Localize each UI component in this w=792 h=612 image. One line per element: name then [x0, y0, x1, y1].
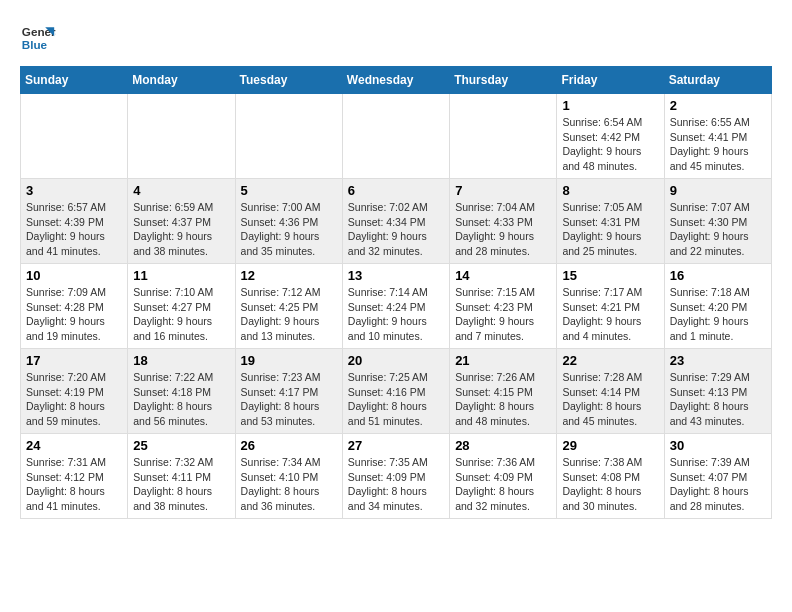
day-info: Sunrise: 7:36 AM Sunset: 4:09 PM Dayligh… — [455, 455, 551, 514]
day-info: Sunrise: 7:38 AM Sunset: 4:08 PM Dayligh… — [562, 455, 658, 514]
day-number: 24 — [26, 438, 122, 453]
day-number: 17 — [26, 353, 122, 368]
day-number: 30 — [670, 438, 766, 453]
day-info: Sunrise: 7:17 AM Sunset: 4:21 PM Dayligh… — [562, 285, 658, 344]
calendar-cell: 12Sunrise: 7:12 AM Sunset: 4:25 PM Dayli… — [235, 264, 342, 349]
calendar-cell: 3Sunrise: 6:57 AM Sunset: 4:39 PM Daylig… — [21, 179, 128, 264]
weekday-header-wednesday: Wednesday — [342, 67, 449, 94]
day-number: 1 — [562, 98, 658, 113]
weekday-header-friday: Friday — [557, 67, 664, 94]
weekday-header-thursday: Thursday — [450, 67, 557, 94]
day-info: Sunrise: 7:00 AM Sunset: 4:36 PM Dayligh… — [241, 200, 337, 259]
day-info: Sunrise: 7:04 AM Sunset: 4:33 PM Dayligh… — [455, 200, 551, 259]
calendar-cell: 19Sunrise: 7:23 AM Sunset: 4:17 PM Dayli… — [235, 349, 342, 434]
day-info: Sunrise: 7:12 AM Sunset: 4:25 PM Dayligh… — [241, 285, 337, 344]
day-info: Sunrise: 7:09 AM Sunset: 4:28 PM Dayligh… — [26, 285, 122, 344]
calendar-cell: 29Sunrise: 7:38 AM Sunset: 4:08 PM Dayli… — [557, 434, 664, 519]
day-number: 12 — [241, 268, 337, 283]
day-info: Sunrise: 6:59 AM Sunset: 4:37 PM Dayligh… — [133, 200, 229, 259]
calendar-cell — [450, 94, 557, 179]
day-info: Sunrise: 6:55 AM Sunset: 4:41 PM Dayligh… — [670, 115, 766, 174]
logo-icon: General Blue — [20, 20, 56, 56]
day-info: Sunrise: 6:57 AM Sunset: 4:39 PM Dayligh… — [26, 200, 122, 259]
calendar-header-row: SundayMondayTuesdayWednesdayThursdayFrid… — [21, 67, 772, 94]
day-number: 22 — [562, 353, 658, 368]
calendar-cell — [21, 94, 128, 179]
weekday-header-sunday: Sunday — [21, 67, 128, 94]
day-info: Sunrise: 7:25 AM Sunset: 4:16 PM Dayligh… — [348, 370, 444, 429]
day-number: 25 — [133, 438, 229, 453]
day-info: Sunrise: 7:39 AM Sunset: 4:07 PM Dayligh… — [670, 455, 766, 514]
calendar-cell: 2Sunrise: 6:55 AM Sunset: 4:41 PM Daylig… — [664, 94, 771, 179]
calendar-cell: 22Sunrise: 7:28 AM Sunset: 4:14 PM Dayli… — [557, 349, 664, 434]
day-info: Sunrise: 6:54 AM Sunset: 4:42 PM Dayligh… — [562, 115, 658, 174]
calendar-cell: 8Sunrise: 7:05 AM Sunset: 4:31 PM Daylig… — [557, 179, 664, 264]
day-number: 29 — [562, 438, 658, 453]
day-info: Sunrise: 7:02 AM Sunset: 4:34 PM Dayligh… — [348, 200, 444, 259]
calendar-cell: 1Sunrise: 6:54 AM Sunset: 4:42 PM Daylig… — [557, 94, 664, 179]
day-number: 4 — [133, 183, 229, 198]
day-number: 5 — [241, 183, 337, 198]
day-number: 20 — [348, 353, 444, 368]
calendar-cell — [128, 94, 235, 179]
calendar-cell: 6Sunrise: 7:02 AM Sunset: 4:34 PM Daylig… — [342, 179, 449, 264]
calendar-cell: 4Sunrise: 6:59 AM Sunset: 4:37 PM Daylig… — [128, 179, 235, 264]
day-info: Sunrise: 7:07 AM Sunset: 4:30 PM Dayligh… — [670, 200, 766, 259]
day-number: 15 — [562, 268, 658, 283]
calendar-cell: 28Sunrise: 7:36 AM Sunset: 4:09 PM Dayli… — [450, 434, 557, 519]
day-number: 6 — [348, 183, 444, 198]
day-info: Sunrise: 7:26 AM Sunset: 4:15 PM Dayligh… — [455, 370, 551, 429]
calendar-cell: 17Sunrise: 7:20 AM Sunset: 4:19 PM Dayli… — [21, 349, 128, 434]
day-info: Sunrise: 7:31 AM Sunset: 4:12 PM Dayligh… — [26, 455, 122, 514]
day-number: 19 — [241, 353, 337, 368]
calendar-cell: 21Sunrise: 7:26 AM Sunset: 4:15 PM Dayli… — [450, 349, 557, 434]
day-number: 8 — [562, 183, 658, 198]
day-info: Sunrise: 7:20 AM Sunset: 4:19 PM Dayligh… — [26, 370, 122, 429]
calendar-cell: 5Sunrise: 7:00 AM Sunset: 4:36 PM Daylig… — [235, 179, 342, 264]
day-number: 3 — [26, 183, 122, 198]
day-number: 23 — [670, 353, 766, 368]
calendar-week-row: 1Sunrise: 6:54 AM Sunset: 4:42 PM Daylig… — [21, 94, 772, 179]
day-info: Sunrise: 7:14 AM Sunset: 4:24 PM Dayligh… — [348, 285, 444, 344]
day-number: 10 — [26, 268, 122, 283]
day-info: Sunrise: 7:34 AM Sunset: 4:10 PM Dayligh… — [241, 455, 337, 514]
logo: General Blue — [20, 20, 56, 56]
calendar-cell — [235, 94, 342, 179]
calendar-table: SundayMondayTuesdayWednesdayThursdayFrid… — [20, 66, 772, 519]
day-number: 28 — [455, 438, 551, 453]
calendar-cell: 9Sunrise: 7:07 AM Sunset: 4:30 PM Daylig… — [664, 179, 771, 264]
day-number: 13 — [348, 268, 444, 283]
calendar-week-row: 10Sunrise: 7:09 AM Sunset: 4:28 PM Dayli… — [21, 264, 772, 349]
day-number: 7 — [455, 183, 551, 198]
calendar-cell: 15Sunrise: 7:17 AM Sunset: 4:21 PM Dayli… — [557, 264, 664, 349]
calendar-cell: 20Sunrise: 7:25 AM Sunset: 4:16 PM Dayli… — [342, 349, 449, 434]
calendar-cell: 23Sunrise: 7:29 AM Sunset: 4:13 PM Dayli… — [664, 349, 771, 434]
day-info: Sunrise: 7:32 AM Sunset: 4:11 PM Dayligh… — [133, 455, 229, 514]
calendar-cell: 26Sunrise: 7:34 AM Sunset: 4:10 PM Dayli… — [235, 434, 342, 519]
calendar-cell: 10Sunrise: 7:09 AM Sunset: 4:28 PM Dayli… — [21, 264, 128, 349]
day-info: Sunrise: 7:05 AM Sunset: 4:31 PM Dayligh… — [562, 200, 658, 259]
calendar-week-row: 17Sunrise: 7:20 AM Sunset: 4:19 PM Dayli… — [21, 349, 772, 434]
page-header: General Blue — [20, 20, 772, 56]
day-info: Sunrise: 7:35 AM Sunset: 4:09 PM Dayligh… — [348, 455, 444, 514]
calendar-cell: 30Sunrise: 7:39 AM Sunset: 4:07 PM Dayli… — [664, 434, 771, 519]
day-number: 21 — [455, 353, 551, 368]
svg-text:Blue: Blue — [22, 38, 48, 51]
day-number: 26 — [241, 438, 337, 453]
day-info: Sunrise: 7:22 AM Sunset: 4:18 PM Dayligh… — [133, 370, 229, 429]
day-number: 11 — [133, 268, 229, 283]
calendar-cell: 11Sunrise: 7:10 AM Sunset: 4:27 PM Dayli… — [128, 264, 235, 349]
calendar-cell: 16Sunrise: 7:18 AM Sunset: 4:20 PM Dayli… — [664, 264, 771, 349]
calendar-cell: 18Sunrise: 7:22 AM Sunset: 4:18 PM Dayli… — [128, 349, 235, 434]
calendar-cell — [342, 94, 449, 179]
day-info: Sunrise: 7:10 AM Sunset: 4:27 PM Dayligh… — [133, 285, 229, 344]
calendar-cell: 14Sunrise: 7:15 AM Sunset: 4:23 PM Dayli… — [450, 264, 557, 349]
calendar-cell: 13Sunrise: 7:14 AM Sunset: 4:24 PM Dayli… — [342, 264, 449, 349]
weekday-header-saturday: Saturday — [664, 67, 771, 94]
day-info: Sunrise: 7:15 AM Sunset: 4:23 PM Dayligh… — [455, 285, 551, 344]
day-number: 2 — [670, 98, 766, 113]
calendar-cell: 24Sunrise: 7:31 AM Sunset: 4:12 PM Dayli… — [21, 434, 128, 519]
calendar-week-row: 24Sunrise: 7:31 AM Sunset: 4:12 PM Dayli… — [21, 434, 772, 519]
day-number: 27 — [348, 438, 444, 453]
weekday-header-tuesday: Tuesday — [235, 67, 342, 94]
